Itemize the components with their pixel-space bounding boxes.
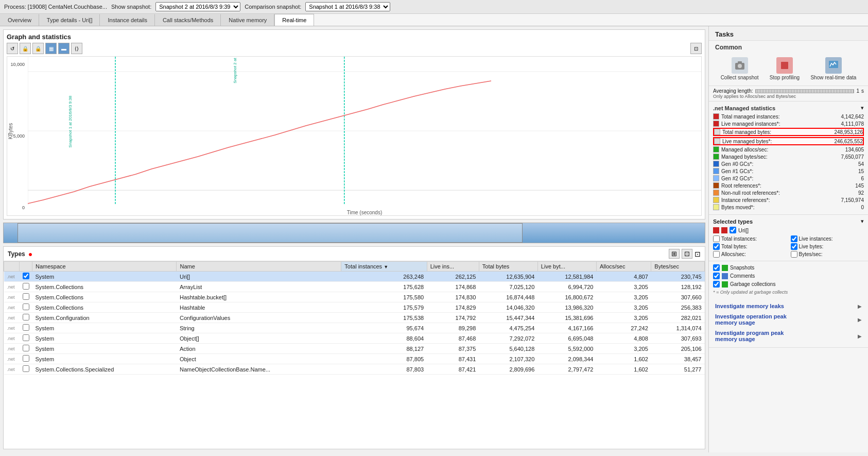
tab-type-details[interactable]: Type details - Uri[] <box>39 14 100 26</box>
allocs-sec-cell: 3,205 <box>596 313 651 323</box>
stats-value-8: 6 <box>833 176 864 181</box>
legend-cb-2[interactable] <box>713 281 720 288</box>
stats-label-4: Managed allocs/sec: <box>721 147 831 153</box>
check-cell[interactable] <box>20 364 32 375</box>
type-cb-4[interactable] <box>713 251 720 258</box>
row-checkbox[interactable] <box>23 273 29 279</box>
stats-label-1: Live managed instances*: <box>721 121 831 127</box>
live-bytes-cell: 6,994,720 <box>537 282 596 292</box>
table-row[interactable]: .net System.Collections Hashtable.bucket… <box>4 292 705 302</box>
type-checkbox[interactable] <box>730 227 736 233</box>
check-cell[interactable] <box>20 313 32 323</box>
stop-profiling-btn[interactable]: Stop profiling <box>766 55 804 82</box>
type-cb-2[interactable] <box>713 243 720 250</box>
minimap-handle[interactable] <box>18 223 523 243</box>
table-row[interactable]: .net System String 95,674 89,298 4,475,2… <box>4 323 705 333</box>
graph-btn-4[interactable]: ▦ <box>45 43 57 54</box>
check-cell[interactable] <box>20 272 32 282</box>
check-cell[interactable] <box>20 282 32 292</box>
comparison-select[interactable]: Snapshot 1 at 2016/8/3 9:38 <box>305 2 390 11</box>
tab-real-time[interactable]: Real-time <box>274 14 314 26</box>
graph-btn-3[interactable]: 🔒 <box>32 43 44 54</box>
selected-types-collapse[interactable]: ▾ <box>861 218 864 225</box>
col-total-instances[interactable]: Total instances ▼ <box>341 262 427 272</box>
type-cb-5[interactable] <box>791 251 797 258</box>
avg-slider[interactable] <box>755 89 855 93</box>
check-cell[interactable] <box>20 302 32 313</box>
badge-cell: .net <box>4 302 20 313</box>
table-row[interactable]: .net System.Collections ArrayList 175,62… <box>4 282 705 292</box>
types-table-scroll[interactable]: Namespace Name Total instances ▼ Live in… <box>4 261 705 375</box>
managed-stats-collapse[interactable]: ▾ <box>861 105 864 111</box>
row-checkbox[interactable] <box>23 314 29 320</box>
type-checkboxes: Total instances:Live instances:Total byt… <box>713 235 864 258</box>
row-checkbox[interactable] <box>23 283 29 290</box>
legend-cb-1[interactable] <box>713 273 720 279</box>
col-name[interactable]: Name <box>177 262 341 272</box>
check-cell[interactable] <box>20 333 32 344</box>
col-live-bytes[interactable]: Live byt... <box>537 262 596 272</box>
col-allocs-sec[interactable]: Allocs/sec <box>596 262 651 272</box>
maximize-types[interactable]: ⊡ <box>695 250 701 258</box>
table-row[interactable]: .net System Action 88,127 87,375 5,640,1… <box>4 344 705 354</box>
graph-btn-1[interactable]: ↺ <box>7 43 18 54</box>
types-table: Namespace Name Total instances ▼ Live in… <box>4 261 705 375</box>
camera-icon <box>732 57 748 74</box>
row-checkbox[interactable] <box>23 355 29 362</box>
table-row[interactable]: .net System.Collections.Specialized Name… <box>4 364 705 375</box>
tab-call-stacks[interactable]: Call stacks/Methods <box>155 14 221 26</box>
table-row[interactable]: .net System Object[] 88,604 87,468 7,292… <box>4 333 705 344</box>
types-section: Types ● ⊞ ⊡ ⊡ Namespace Name <box>3 246 705 449</box>
table-row[interactable]: .net System Uri[] 263,248 262,125 12,635… <box>4 272 705 282</box>
row-checkbox[interactable] <box>23 303 29 310</box>
type-cb-label-5: Bytes/sec: <box>799 251 823 257</box>
collect-snapshot-btn[interactable]: Collect snapshot <box>717 55 763 82</box>
legend-cb-0[interactable] <box>713 264 720 271</box>
type-cb-label-1: Live instances: <box>799 236 833 242</box>
show-realtime-btn[interactable]: Show real-time data <box>806 55 860 82</box>
type-cb-0[interactable] <box>713 235 720 242</box>
row-checkbox[interactable] <box>23 345 29 351</box>
allocs-sec-cell: 3,205 <box>596 292 651 302</box>
graph-btn-6[interactable]: ⟨⟩ <box>71 43 82 54</box>
legend-item: Snapshots <box>713 264 864 271</box>
live-ins-cell: 174,868 <box>427 282 479 292</box>
col-bytes-sec[interactable]: Bytes/sec <box>651 262 705 272</box>
investigate-operation-peak[interactable]: Investigate operation peakmemory usage ▶ <box>715 311 862 328</box>
row-checkbox[interactable] <box>23 365 29 372</box>
type-cb-1[interactable] <box>791 235 797 242</box>
graph-btn-5[interactable]: ▬ <box>58 43 70 54</box>
col-namespace[interactable]: Namespace <box>32 262 177 272</box>
type-cb-3[interactable] <box>791 243 797 250</box>
types-btn-1[interactable]: ⊞ <box>669 249 680 259</box>
stop-profiling-label: Stop profiling <box>770 75 800 80</box>
minimap[interactable] <box>3 223 705 243</box>
table-row[interactable]: .net System.Collections Hashtable 175,57… <box>4 302 705 313</box>
tab-overview[interactable]: Overview <box>0 14 39 26</box>
maximize-graph[interactable]: ⊡ <box>690 43 702 54</box>
table-row[interactable]: .net System Object 87,805 87,431 2,107,3… <box>4 354 705 364</box>
check-cell[interactable] <box>20 292 32 302</box>
tab-instance-details[interactable]: Instance details <box>100 14 154 26</box>
selected-types-title: Selected types <box>713 218 753 225</box>
check-cell[interactable] <box>20 344 32 354</box>
type-cb-label-4: Allocs/sec: <box>721 251 746 257</box>
graph-btn-2[interactable]: 🔒 <box>20 43 31 54</box>
show-snapshot-select[interactable]: Snapshot 2 at 2016/8/3 9:39 <box>155 2 240 11</box>
live-ins-cell: 87,375 <box>427 344 479 354</box>
investigate-program-peak[interactable]: Investigate program peakmemory usage ▶ <box>715 328 862 344</box>
live-bytes-cell: 12,581,984 <box>537 272 596 282</box>
row-checkbox[interactable] <box>23 293 29 300</box>
investigate-memory-leaks[interactable]: Investigate memory leaks ▶ <box>715 301 862 311</box>
table-row[interactable]: .net System.Configuration ConfigurationV… <box>4 313 705 323</box>
types-btn-2[interactable]: ⊡ <box>682 249 692 259</box>
row-checkbox[interactable] <box>23 334 29 341</box>
check-cell[interactable] <box>20 323 32 333</box>
tab-native-memory[interactable]: Native memory <box>221 14 274 26</box>
check-cell[interactable] <box>20 354 32 364</box>
col-total-bytes[interactable]: Total bytes <box>479 262 537 272</box>
col-live-ins[interactable]: Live ins... <box>427 262 479 272</box>
live-ins-cell: 87,421 <box>427 364 479 375</box>
row-checkbox[interactable] <box>23 324 29 331</box>
managed-stats-header[interactable]: .net Managed statistics ▾ <box>713 105 864 111</box>
